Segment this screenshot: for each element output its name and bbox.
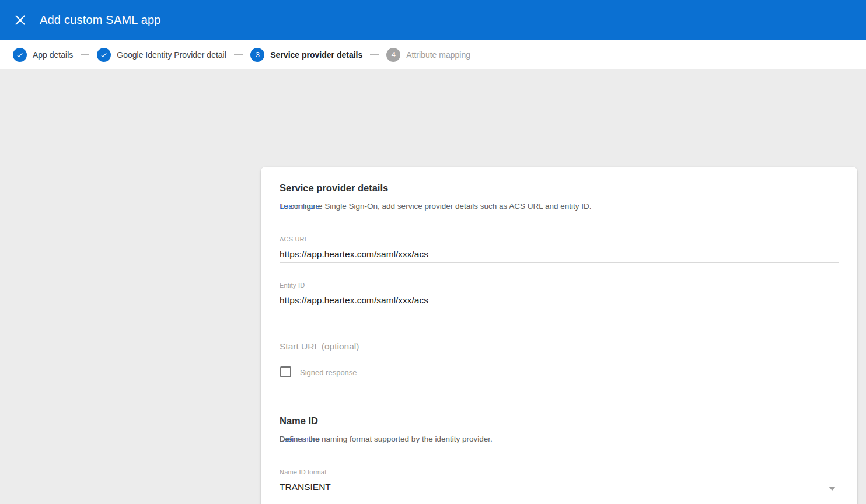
section-title-name-id: Name ID [280, 415, 318, 426]
description-text: To configure Single Sign-On, add service… [280, 202, 592, 211]
step-4-number: 4 [392, 50, 396, 59]
section-description: To configure Single Sign-On, add service… [280, 202, 320, 211]
stepper: App details Google Identity Provider det… [0, 40, 866, 69]
step-2-circle [97, 48, 111, 62]
check-icon [100, 51, 108, 59]
signed-response-checkbox[interactable] [280, 366, 291, 377]
step-attribute-mapping[interactable]: 4 Attribute mapping [386, 48, 470, 62]
close-icon[interactable] [13, 13, 27, 27]
section-description: Defines the naming format supported by t… [280, 435, 320, 443]
start-url-input[interactable] [280, 341, 839, 352]
step-google-idp-details[interactable]: Google Identity Provider details [97, 48, 226, 62]
step-app-details[interactable]: App details [13, 48, 73, 62]
page-background: Service provider details To configure Si… [0, 69, 866, 504]
section-title-service-provider: Service provider details [280, 183, 388, 194]
step-separator [370, 54, 379, 55]
step-service-provider-details[interactable]: 3 Service provider details [250, 48, 362, 62]
step-3-label: Service provider details [270, 50, 362, 60]
input-underline [280, 309, 839, 309]
step-4-label: Attribute mapping [406, 50, 470, 60]
step-3-number: 3 [256, 50, 260, 59]
step-1-circle [13, 48, 27, 62]
acs-url-label: ACS URL [280, 236, 308, 243]
acs-url-input[interactable] [280, 249, 839, 260]
dialog-title: Add custom SAML app [40, 13, 161, 27]
name-id-format-label: Name ID format [280, 468, 326, 475]
input-underline [280, 262, 839, 263]
appbar: Add custom SAML app [0, 0, 866, 40]
select-underline [280, 496, 839, 496]
step-3-circle: 3 [250, 48, 264, 62]
description-text: Defines the naming format supported by t… [280, 435, 493, 443]
chevron-down-icon[interactable] [829, 487, 836, 491]
step-separator [234, 54, 243, 55]
check-icon [16, 51, 24, 59]
signed-response-label: Signed response [300, 368, 357, 377]
entity-id-input[interactable] [280, 295, 839, 306]
step-4-circle: 4 [386, 48, 400, 62]
step-separator [81, 54, 89, 55]
step-1-label: App details [33, 50, 73, 60]
step-2-label: Google Identity Provider details [117, 50, 226, 60]
input-underline [280, 356, 839, 356]
service-provider-card: Service provider details To configure Si… [261, 167, 857, 504]
entity-id-label: Entity ID [280, 282, 305, 289]
name-id-format-select[interactable]: TRANSIENT [280, 482, 331, 492]
